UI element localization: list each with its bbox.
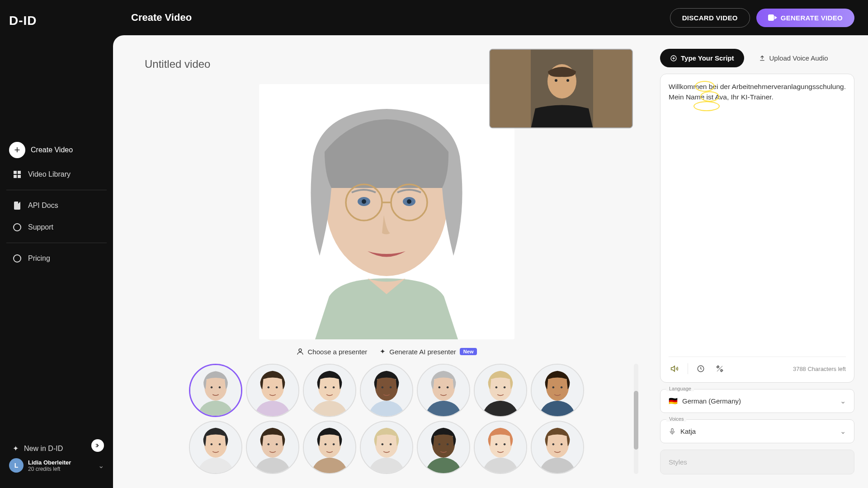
svg-point-59 xyxy=(390,443,392,446)
svg-point-14 xyxy=(566,79,569,82)
svg-point-26 xyxy=(325,386,327,389)
svg-point-3 xyxy=(362,199,366,204)
choose-presenter-label: Choose a presenter xyxy=(308,348,368,356)
user-menu[interactable]: L Lidia Oberleiter 20 credits left ⌄ xyxy=(0,452,113,479)
choose-presenter-button[interactable]: Choose a presenter xyxy=(296,347,368,356)
sidebar-item-label: API Docs xyxy=(28,202,58,210)
sparkle-icon: ✦ xyxy=(13,444,19,453)
svg-point-42 xyxy=(552,386,555,389)
sidebar-item-label: New in D-ID xyxy=(24,445,63,453)
presenter-thumb[interactable] xyxy=(360,421,413,474)
svg-point-31 xyxy=(390,386,392,389)
presenter-controls: Choose a presenter ✦ Generate AI present… xyxy=(127,339,646,364)
canvas-area: Untitled video xyxy=(127,49,646,474)
svg-point-55 xyxy=(333,443,335,446)
voice-select-group: Voices Katja ⌄ xyxy=(660,419,854,443)
voice-icon xyxy=(669,427,676,436)
page-title: Create Video xyxy=(131,12,192,23)
main: Create Video DISCARD VIDEO GENERATE VIDE… xyxy=(113,0,868,488)
svg-point-23 xyxy=(276,386,278,389)
sidebar-item-library[interactable]: Video Library xyxy=(0,164,113,185)
svg-point-5 xyxy=(407,199,411,204)
user-name: Lidia Oberleiter xyxy=(28,459,94,466)
script-tabs: Type Your Script Upload Voice Audio xyxy=(660,49,854,67)
flag-icon: 🇩🇪 xyxy=(669,397,678,405)
presenter-thumb[interactable] xyxy=(360,364,413,417)
discard-button[interactable]: DISCARD VIDEO xyxy=(670,8,750,28)
styles-label: Styles xyxy=(669,458,687,466)
presenter-grid[interactable] xyxy=(171,364,602,474)
generate-button[interactable]: GENERATE VIDEO xyxy=(756,9,854,27)
avatar: L xyxy=(9,458,24,473)
script-box: 3788 Characters left xyxy=(660,74,854,383)
svg-point-71 xyxy=(561,443,563,446)
generate-ai-presenter-button[interactable]: ✦ Generate AI presenter New xyxy=(380,347,477,356)
svg-point-67 xyxy=(504,443,506,446)
create-video-label: Create Video xyxy=(31,146,73,154)
voice-label: Voices xyxy=(666,416,686,422)
document-icon xyxy=(13,201,22,210)
sparkle-icon: ✦ xyxy=(380,347,386,356)
sidebar-item-label: Pricing xyxy=(28,254,50,263)
webcam-preview[interactable] xyxy=(489,49,633,128)
presenter-thumb[interactable] xyxy=(417,421,470,474)
expand-sidebar-button[interactable] xyxy=(91,439,104,452)
pause-insert-button[interactable] xyxy=(694,362,707,375)
presenter-thumb[interactable] xyxy=(246,364,299,417)
language-select-group: Language 🇩🇪 German (Germany) ⌄ xyxy=(660,389,854,413)
sidebar-item-support[interactable]: Support xyxy=(0,216,113,238)
new-badge: New xyxy=(460,348,477,355)
sidebar-item-pricing[interactable]: Pricing xyxy=(0,248,113,269)
create-video-button[interactable]: + Create Video xyxy=(0,136,113,164)
tab-upload-audio[interactable]: Upload Voice Audio xyxy=(749,49,838,67)
svg-point-51 xyxy=(276,443,278,446)
chevron-down-icon: ⌄ xyxy=(840,397,846,405)
presenter-thumb[interactable] xyxy=(303,364,356,417)
presenter-thumb[interactable] xyxy=(531,364,584,417)
sidebar-item-label: Video Library xyxy=(28,170,71,178)
tab-label: Upload Voice Audio xyxy=(769,54,828,62)
tab-label: Type Your Script xyxy=(681,54,734,62)
voice-value: Katja xyxy=(680,427,835,435)
logo[interactable]: D-ID xyxy=(0,9,113,46)
chevron-down-icon: ⌄ xyxy=(98,461,104,470)
svg-point-13 xyxy=(555,79,557,82)
svg-point-34 xyxy=(439,386,441,389)
script-textarea[interactable] xyxy=(669,81,846,357)
divider xyxy=(6,243,107,243)
scrollbar-thumb[interactable] xyxy=(634,391,638,450)
user-credits: 20 credits left xyxy=(28,466,94,472)
pricing-icon xyxy=(13,254,22,263)
styles-select[interactable]: Styles xyxy=(660,450,854,474)
settings-button[interactable] xyxy=(713,362,726,375)
presenter-preview[interactable] xyxy=(259,84,514,339)
camera-icon xyxy=(768,14,777,21)
svg-rect-74 xyxy=(671,428,673,432)
svg-point-43 xyxy=(561,386,563,389)
presenter-thumb[interactable] xyxy=(474,364,527,417)
svg-point-18 xyxy=(211,386,212,388)
language-select[interactable]: 🇩🇪 German (Germany) ⌄ xyxy=(660,389,854,413)
scrollbar[interactable] xyxy=(634,364,638,474)
presenter-thumb[interactable] xyxy=(246,421,299,474)
svg-point-30 xyxy=(382,386,384,389)
svg-point-47 xyxy=(219,443,221,446)
presenter-thumb[interactable] xyxy=(189,364,242,417)
presenter-thumb[interactable] xyxy=(474,421,527,474)
script-panel: Type Your Script Upload Voice Audio xyxy=(660,49,854,474)
presenter-thumb[interactable] xyxy=(303,421,356,474)
svg-point-50 xyxy=(268,443,270,446)
svg-point-27 xyxy=(333,386,335,389)
language-value: German (Germany) xyxy=(682,397,835,405)
presenter-thumb[interactable] xyxy=(189,421,242,474)
svg-point-22 xyxy=(268,386,270,389)
sidebar-item-api-docs[interactable]: API Docs xyxy=(0,195,113,216)
chevron-down-icon: ⌄ xyxy=(840,427,846,436)
voice-select[interactable]: Katja ⌄ xyxy=(660,419,854,443)
svg-point-62 xyxy=(439,443,441,446)
presenter-thumb[interactable] xyxy=(531,421,584,474)
tab-type-script[interactable]: Type Your Script xyxy=(660,49,744,67)
grid-icon xyxy=(13,170,22,179)
presenter-thumb[interactable] xyxy=(417,364,470,417)
listen-button[interactable] xyxy=(669,362,681,375)
